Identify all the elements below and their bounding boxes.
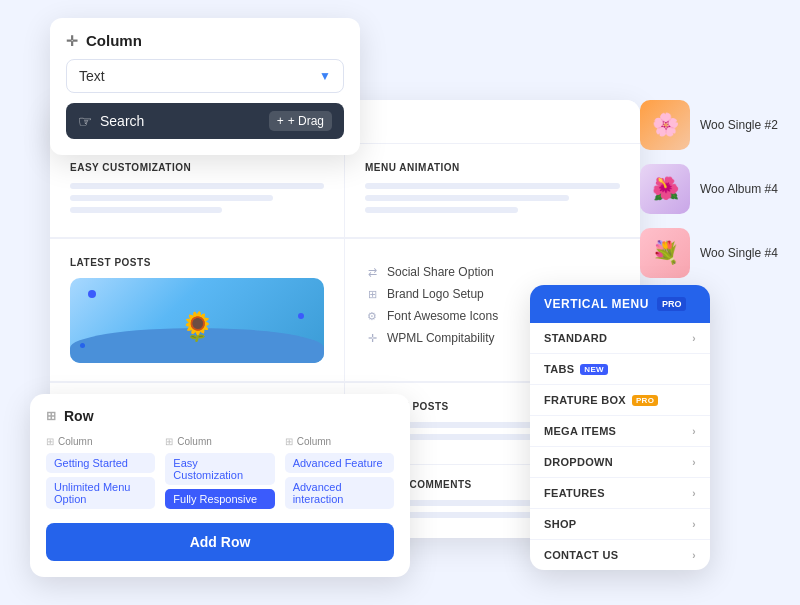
col-tag[interactable]: Getting Started xyxy=(46,453,155,473)
column-panel-title: ✛ Column xyxy=(66,32,344,49)
woo-thumb: 🌺 xyxy=(640,164,690,214)
vm-item-label: FEATURES xyxy=(544,487,605,499)
col-header: ⊞ Column xyxy=(285,436,394,447)
menu-animation-title: MENU ANIMATION xyxy=(365,162,620,173)
col-icon: ⊞ xyxy=(165,436,173,447)
col-icon: ⊞ xyxy=(285,436,293,447)
vertical-menu: VERTICAL MENU PRO STANDARD › TABS NEW FR… xyxy=(530,285,710,570)
chevron-right-icon: › xyxy=(692,550,696,561)
feature-item: ⇄ Social Share Option xyxy=(365,265,620,279)
row-col-2: ⊞ Column Easy Customization Fully Respon… xyxy=(165,436,274,513)
col-tag[interactable]: Unlimited Menu Option xyxy=(46,477,155,509)
skeleton-line xyxy=(70,195,273,201)
row-col-3: ⊞ Column Advanced Feature Advanced inter… xyxy=(285,436,394,513)
font-icon: ⚙ xyxy=(365,310,379,323)
skeleton-line xyxy=(365,183,620,189)
woo-thumb: 💐 xyxy=(640,228,690,278)
hand-icon: ☞ xyxy=(78,112,92,131)
chevron-right-icon: › xyxy=(692,333,696,344)
dot xyxy=(88,290,96,298)
vm-item-label: DROPDOWN xyxy=(544,456,613,468)
latest-posts-section: LATEST POSTS 🌻 xyxy=(50,239,345,382)
vm-item-shop[interactable]: SHOP › xyxy=(530,509,710,540)
vm-item-mega[interactable]: MEGA ITEMS › xyxy=(530,416,710,447)
woo-item: 🌺 Woo Album #4 xyxy=(640,164,795,214)
vm-item-label: SHOP xyxy=(544,518,576,530)
easy-customization-section: EASY CUSTOMIZATION xyxy=(50,144,345,238)
drag-label: + Drag xyxy=(288,114,324,128)
woo-name: Woo Single #4 xyxy=(700,246,778,260)
menu-animation-section: MENU ANIMATION xyxy=(345,144,640,238)
row-panel: ⊞ Row ⊞ Column Getting Started Unlimited… xyxy=(30,394,410,577)
main-wrapper: ✛ Column Text ▼ ☞ Search + + Drag Dropdo… xyxy=(0,0,800,605)
row-move-icon: ⊞ xyxy=(46,409,56,423)
chevron-right-icon: › xyxy=(692,457,696,468)
vm-pro-badge: PRO xyxy=(657,297,687,311)
vm-item-frature[interactable]: FRATURE BOX PRO xyxy=(530,385,710,416)
woo-item: 💐 Woo Single #4 xyxy=(640,228,795,278)
col-header-label: Column xyxy=(297,436,331,447)
woo-products: 🌸 Woo Single #2 🌺 Woo Album #4 💐 Woo Sin… xyxy=(640,100,795,292)
drag-button[interactable]: + + Drag xyxy=(269,111,332,131)
pro-badge: PRO xyxy=(632,395,658,406)
row-label: Row xyxy=(64,408,94,424)
share-icon: ⇄ xyxy=(365,266,379,279)
col-icon: ⊞ xyxy=(46,436,54,447)
vm-item-label: TABS xyxy=(544,363,574,375)
feature-label: WPML Compitability xyxy=(387,331,495,345)
col-header-label: Column xyxy=(58,436,92,447)
latest-posts-title: LATEST POSTS xyxy=(70,257,324,268)
feature-label: Font Awesome Icons xyxy=(387,309,498,323)
col-tag[interactable]: Advanced Feature xyxy=(285,453,394,473)
move-icon: ✛ xyxy=(66,33,78,49)
woo-item: 🌸 Woo Single #2 xyxy=(640,100,795,150)
skeleton-line xyxy=(70,183,324,189)
woo-name: Woo Single #2 xyxy=(700,118,778,132)
vm-item-standard[interactable]: STANDARD › xyxy=(530,323,710,354)
col-header: ⊞ Column xyxy=(165,436,274,447)
vm-title: VERTICAL MENU xyxy=(544,297,649,311)
vm-item-label: FRATURE BOX xyxy=(544,394,626,406)
column-panel-heading: Column xyxy=(86,32,142,49)
vm-item-tabs[interactable]: TABS NEW xyxy=(530,354,710,385)
vm-item-features[interactable]: FEATURES › xyxy=(530,478,710,509)
wpml-icon: ✛ xyxy=(365,332,379,345)
flower-icon: 🌻 xyxy=(180,310,215,343)
col-tag-highlighted[interactable]: Fully Responsive xyxy=(165,489,274,509)
vm-item-label: CONTACT US xyxy=(544,549,618,561)
chevron-right-icon: › xyxy=(692,426,696,437)
feature-label: Brand Logo Setup xyxy=(387,287,484,301)
col-tag[interactable]: Easy Customization xyxy=(165,453,274,485)
logo-icon: ⊞ xyxy=(365,288,379,301)
vm-header: VERTICAL MENU PRO xyxy=(530,285,710,323)
vm-item-dropdown[interactable]: DROPDOWN › xyxy=(530,447,710,478)
dot xyxy=(298,313,304,319)
chevron-right-icon: › xyxy=(692,519,696,530)
plus-icon: + xyxy=(277,114,284,128)
woo-name: Woo Album #4 xyxy=(700,182,778,196)
column-dropdown[interactable]: Text ▼ xyxy=(66,59,344,93)
skeleton-line xyxy=(70,207,222,213)
column-panel: ✛ Column Text ▼ ☞ Search + + Drag xyxy=(50,18,360,155)
col-header-label: Column xyxy=(177,436,211,447)
skeleton-line xyxy=(365,195,569,201)
search-label: Search xyxy=(100,113,144,129)
dot xyxy=(80,343,85,348)
chevron-down-icon: ▼ xyxy=(319,69,331,83)
easy-customization-title: EASY CUSTOMIZATION xyxy=(70,162,324,173)
chevron-right-icon: › xyxy=(692,488,696,499)
search-bar[interactable]: ☞ Search + + Drag xyxy=(66,103,344,139)
col-header: ⊞ Column xyxy=(46,436,155,447)
vm-item-label: STANDARD xyxy=(544,332,607,344)
vm-item-contact[interactable]: CONTACT US › xyxy=(530,540,710,570)
dropdown-value: Text xyxy=(79,68,105,84)
col-tag[interactable]: Advanced interaction xyxy=(285,477,394,509)
row-columns: ⊞ Column Getting Started Unlimited Menu … xyxy=(46,436,394,513)
row-col-1: ⊞ Column Getting Started Unlimited Menu … xyxy=(46,436,155,513)
add-row-button[interactable]: Add Row xyxy=(46,523,394,561)
skeleton-line xyxy=(365,207,518,213)
woo-thumb: 🌸 xyxy=(640,100,690,150)
new-badge: NEW xyxy=(580,364,608,375)
row-panel-title: ⊞ Row xyxy=(46,408,394,424)
feature-label: Social Share Option xyxy=(387,265,494,279)
